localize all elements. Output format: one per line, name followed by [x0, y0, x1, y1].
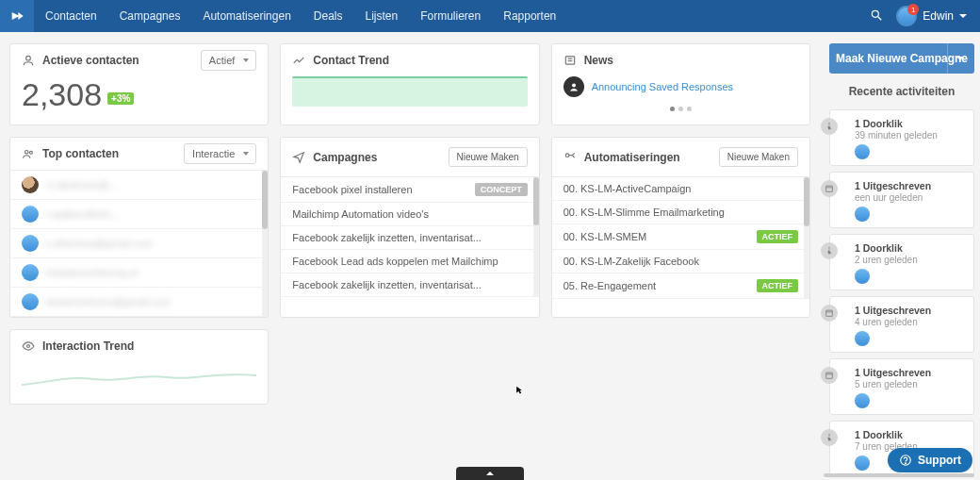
svg-rect-10	[826, 186, 833, 191]
automation-name: 00. KS-LM-Zakelijk Facebook	[564, 256, 699, 267]
card-title: Campagnes	[313, 151, 377, 164]
automation-name: 00. KS-LM-Slimme Emailmarketing	[564, 207, 725, 218]
contact-email: r.spijkerulferts...	[46, 208, 119, 220]
activity-title: 1 Uitgeschreven	[855, 305, 966, 316]
activity-title: 1 Uitgeschreven	[855, 180, 966, 191]
card-title: Actieve contacten	[42, 54, 139, 67]
scrollbar[interactable]	[262, 171, 268, 229]
sidebar: Maak Nieuwe Campagne Recente activiteite…	[820, 32, 980, 480]
activity-card[interactable]: 1 Doorklik39 minuten geleden	[829, 109, 974, 166]
activity-time: 2 uren geleden	[855, 255, 966, 265]
automation-row[interactable]: 00. KS-LM-Zakelijk Facebook	[552, 250, 809, 273]
svg-point-0	[873, 10, 879, 17]
campaign-name: Facebook Lead ads koppelen met Mailchimp	[292, 256, 498, 267]
active-contacts-value: 2,308	[22, 76, 102, 113]
click-icon	[821, 118, 838, 135]
news-headline[interactable]: Announcing Saved Responses	[592, 81, 733, 92]
status-badge: CONCEPT	[475, 183, 528, 196]
automation-icon	[564, 151, 577, 164]
nav-item-rapporten[interactable]: Rapporten	[492, 0, 567, 32]
activity-card[interactable]: 1 Doorklik2 uren geleden	[829, 234, 974, 290]
contact-row[interactable]: s.dhermes@gmail.com	[10, 229, 268, 258]
contact-trend-chart	[292, 76, 527, 107]
scrollbar[interactable]	[804, 177, 809, 226]
automation-row[interactable]: 00. KS-LM-SMEMACTIEF	[552, 224, 809, 250]
campaign-row[interactable]: Facebook Lead ads koppelen met Mailchimp	[281, 250, 538, 273]
avatar	[22, 235, 39, 252]
campaign-name: Facebook zakelijk inzetten, inventarisat…	[292, 279, 482, 290]
contact-email: l.t.djurkovic@...	[46, 179, 117, 190]
contact-row[interactable]: fvdukbroerkboorg.nl	[10, 258, 268, 288]
active-filter-dropdown[interactable]: Actief	[201, 50, 257, 71]
news-avatar	[564, 76, 584, 97]
avatar	[855, 331, 870, 346]
card-title: Contact Trend	[313, 54, 389, 67]
contact-row[interactable]: r.spijkerulferts...	[10, 200, 268, 229]
activity-card[interactable]: 1 Uitgeschreveneen uur geleden	[829, 172, 974, 228]
contact-row[interactable]: deidenheilvers@gmail.com	[10, 288, 268, 317]
campaign-row[interactable]: Facebook zakelijk inzetten, inventarisat…	[281, 226, 538, 250]
avatar	[855, 207, 870, 222]
automation-name: 05. Re-Engagement	[564, 280, 656, 291]
campaign-row[interactable]: Facebook zakelijk inzetten, inventarisat…	[281, 273, 538, 297]
chevron-down-icon	[956, 57, 964, 60]
avatar: 1	[896, 6, 917, 26]
recent-activities-title: Recente activiteiten	[829, 74, 974, 104]
delta-badge: +3%	[107, 92, 134, 105]
news-pagination[interactable]	[552, 107, 809, 119]
svg-rect-14	[826, 372, 833, 378]
campaign-row[interactable]: Mailchimp Automation video's	[281, 203, 538, 226]
new-campaign-button[interactable]: Nieuwe Maken	[449, 147, 528, 167]
nav-item-campagnes[interactable]: Campagnes	[108, 0, 192, 32]
news-card: News Announcing Saved Responses	[551, 43, 810, 125]
user-icon	[22, 54, 35, 67]
click-icon	[821, 242, 838, 259]
svg-point-8	[29, 151, 32, 154]
svg-line-1	[878, 16, 882, 20]
activity-title: 1 Doorklik	[855, 242, 966, 254]
users-icon	[22, 147, 35, 160]
activity-card[interactable]: 1 Uitgeschreven5 uren geleden	[829, 358, 974, 415]
calendar-icon	[821, 367, 838, 384]
eye-icon	[22, 339, 35, 353]
svg-point-17	[906, 463, 906, 464]
news-icon	[564, 54, 577, 67]
click-icon	[821, 429, 838, 446]
user-menu[interactable]: 1 Edwin	[896, 6, 967, 26]
calendar-icon	[821, 180, 838, 197]
chevron-down-icon	[959, 14, 967, 18]
nav-item-lijsten[interactable]: Lijsten	[354, 0, 410, 32]
card-title: Interaction Trend	[42, 339, 134, 353]
new-automation-button[interactable]: Nieuwe Maken	[719, 147, 798, 167]
contact-email: deidenheilvers@gmail.com	[46, 296, 171, 307]
automation-row[interactable]: 00. KS-LM-Slimme Emailmarketing	[552, 201, 809, 224]
svg-point-9	[27, 345, 30, 348]
card-title: Automatiseringen	[584, 151, 680, 164]
activity-time: een uur geleden	[855, 192, 966, 203]
status-badge: ACTIEF	[757, 279, 799, 292]
svg-rect-12	[826, 310, 833, 316]
automation-row[interactable]: 00. KS-LM-ActiveCampaign	[552, 177, 809, 201]
automation-row[interactable]: 05. Re-EngagementACTIEF	[552, 273, 809, 299]
support-button[interactable]: Support	[888, 448, 972, 472]
app-logo[interactable]	[0, 0, 34, 32]
sidebar-scrollbar[interactable]	[824, 473, 974, 477]
nav-item-deals[interactable]: Deals	[302, 0, 354, 32]
campaign-row[interactable]: Facebook pixel installerenCONCEPT	[281, 177, 538, 203]
avatar	[855, 269, 870, 284]
card-title: Top contacten	[42, 147, 119, 160]
interaction-dropdown[interactable]: Interactie	[184, 143, 256, 164]
make-new-campaign-button[interactable]: Maak Nieuwe Campagne	[829, 43, 974, 74]
activity-card[interactable]: 1 Uitgeschreven4 uren geleden	[829, 296, 974, 353]
search-icon[interactable]	[870, 8, 883, 25]
bottom-tray-button[interactable]	[456, 467, 524, 480]
avatar	[22, 176, 39, 193]
nav-item-contacten[interactable]: Contacten	[34, 0, 108, 32]
nav-item-formulieren[interactable]: Formulieren	[409, 0, 492, 32]
contact-trend-card: Contact Trend	[280, 43, 539, 125]
automations-card: Automatiseringen Nieuwe Maken 00. KS-LM-…	[551, 137, 810, 318]
campaign-name: Facebook zakelijk inzetten, inventarisat…	[292, 232, 482, 243]
scrollbar[interactable]	[533, 177, 539, 225]
contact-row[interactable]: l.t.djurkovic@...	[10, 171, 268, 200]
nav-item-automatiseringen[interactable]: Automatiseringen	[191, 0, 302, 32]
